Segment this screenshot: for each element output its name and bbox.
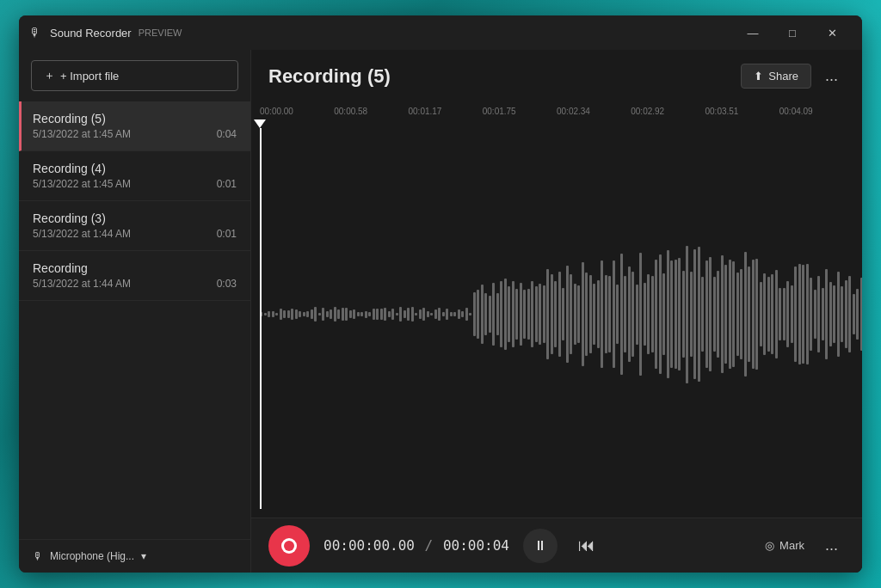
recording-item[interactable]: Recording (3) 5/13/2022 at 1:44 AM 0:01 (19, 201, 250, 251)
import-file-button[interactable]: ＋ + Import file (31, 60, 238, 91)
playhead-line (260, 128, 262, 509)
waveform-bar (593, 284, 595, 344)
waveform-bar (678, 258, 681, 371)
waveform-bar (546, 269, 549, 359)
waveform-bar (802, 265, 804, 364)
microphone-icon: 🎙 (33, 550, 43, 562)
waveform-bar (662, 273, 665, 355)
waveform-bar (299, 311, 301, 317)
waveform-bar (775, 270, 778, 359)
waveform-bar (817, 276, 820, 352)
waveform-bar (342, 308, 344, 321)
waveform-bar (376, 309, 379, 320)
timeline-marks: 00:00.00 00:00.58 00:01.17 00:01.75 00:0… (260, 107, 853, 116)
waveform-bar (760, 282, 762, 346)
waveform-bar (779, 288, 781, 340)
waveform-bar (504, 279, 507, 350)
header-more-button[interactable]: ... (818, 64, 845, 89)
waveform-bar (860, 278, 863, 351)
waveform-bar (496, 293, 499, 334)
mark-button[interactable]: ◎ Mark (758, 536, 811, 555)
app-window: 🎙 Sound Recorder PREVIEW — □ ✕ ＋ + Impor… (19, 15, 862, 573)
waveform-bar (763, 273, 766, 356)
recording-meta: 5/13/2022 at 1:44 AM 0:03 (33, 278, 237, 290)
waveform-bar (616, 285, 619, 345)
pause-button[interactable]: ⏸ (523, 529, 558, 563)
waveform-bar (399, 307, 402, 321)
waveform-bar (620, 254, 623, 375)
waveform-bar (283, 310, 286, 318)
waveform-bar (322, 308, 324, 321)
bar-container (260, 119, 853, 509)
waveform-bar (291, 309, 293, 319)
waveform-bar (570, 274, 572, 354)
waveform-bar (582, 262, 584, 366)
waveform-bar (698, 247, 700, 383)
close-button[interactable]: ✕ (812, 15, 852, 50)
waveform-bar (337, 309, 340, 320)
header-actions: ⬆ Share ... (741, 64, 845, 89)
waveform-bar (391, 309, 394, 320)
record-inner (281, 538, 297, 554)
waveform-bar (326, 311, 329, 317)
waveform-bar (848, 276, 851, 352)
waveform-bar (446, 309, 448, 320)
recording-item[interactable]: Recording 5/13/2022 at 1:44 AM 0:03 (19, 251, 250, 301)
skip-back-icon: ⏮ (578, 536, 595, 555)
waveform-bar (705, 260, 708, 368)
waveform-bar (608, 276, 611, 352)
waveform-bar (597, 280, 600, 347)
waveform-bar (589, 275, 592, 354)
waveform-bar (558, 272, 561, 356)
waveform-bar (562, 288, 564, 340)
waveform-bar (651, 276, 654, 352)
waveform-bar (566, 266, 569, 363)
waveform-bar (605, 275, 607, 352)
recording-item[interactable]: Recording (4) 5/13/2022 at 1:45 AM 0:01 (19, 151, 250, 201)
waveform-bar (380, 309, 383, 320)
recording-duration: 0:01 (217, 228, 237, 240)
maximize-button[interactable]: □ (773, 15, 812, 50)
content-header: Recording (5) ⬆ Share ... (251, 50, 862, 95)
waveform-bar (748, 266, 750, 362)
minimize-button[interactable]: — (733, 15, 773, 50)
waveform-bar (717, 271, 719, 357)
record-button[interactable] (268, 525, 310, 567)
waveform-bar (434, 309, 437, 320)
skip-back-button[interactable]: ⏮ (571, 532, 602, 559)
waveform-bar (345, 308, 348, 320)
waveform-bar (523, 290, 526, 338)
waveform-bar (314, 307, 317, 321)
waveform-bar (388, 311, 391, 316)
waveform-bar (442, 312, 445, 315)
waveform-bar (724, 265, 727, 364)
microphone-selector[interactable]: 🎙 Microphone (Hig... ▾ (19, 539, 250, 573)
waveform-bar (628, 266, 631, 363)
waveform-bar (473, 292, 476, 335)
waveform-bar (639, 253, 642, 376)
waveform-bar (334, 307, 336, 321)
timeline-mark: 00:02.34 (557, 107, 631, 116)
waveform-bar (636, 285, 638, 345)
timeline-mark: 00:02.92 (631, 107, 705, 116)
controls-right: ◎ Mark ... (758, 533, 845, 558)
waveform-bar (837, 272, 840, 356)
recording-item[interactable]: Recording (5) 5/13/2022 at 1:45 AM 0:04 (19, 101, 250, 151)
timeline-mark: 00:03.51 (705, 107, 779, 116)
waveform-bar (543, 285, 545, 344)
waveform-bar (794, 266, 797, 362)
waveform-bar (430, 313, 433, 315)
chevron-down-icon: ▾ (141, 550, 146, 562)
waveform-bar (752, 260, 755, 369)
waveform-bar (469, 313, 471, 315)
timeline-mark: 00:01.75 (483, 107, 557, 116)
waveform-bar (280, 309, 282, 320)
waveform-bar (515, 289, 518, 340)
share-button[interactable]: ⬆ Share (741, 64, 811, 89)
controls-more-button[interactable]: ... (818, 533, 845, 558)
waveform-bar (438, 308, 440, 320)
share-icon: ⬆ (754, 70, 763, 83)
waveform-bar (539, 284, 541, 346)
waveform-bar (427, 311, 429, 317)
waveform-bar (411, 307, 414, 321)
